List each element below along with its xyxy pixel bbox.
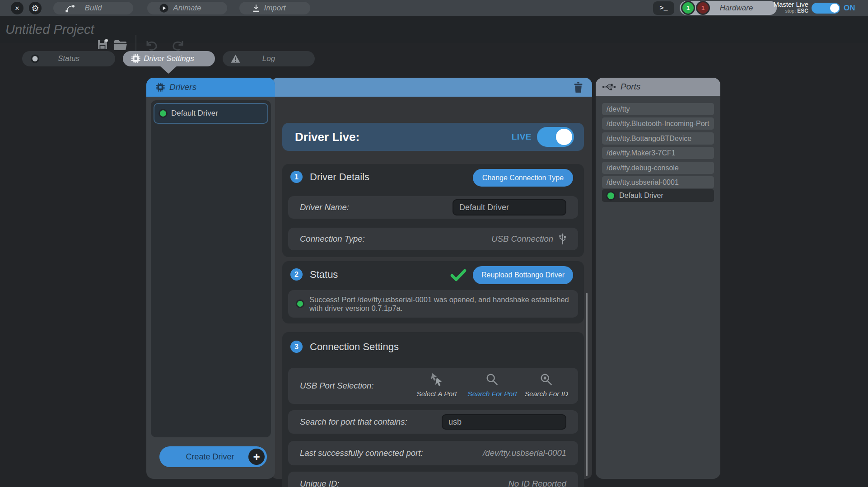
port-list-item[interactable]: /dev/tty.usbserial-0001 [602, 176, 714, 188]
port-connected-driver[interactable]: Default Driver [602, 189, 714, 202]
driver-live-toggle-knob [556, 129, 572, 145]
build-button[interactable]: Build [53, 2, 133, 14]
unique-id-value: No ID Reported [508, 479, 566, 487]
port-list-item[interactable]: /dev/tty [602, 103, 714, 115]
master-live-label: Master Live [773, 1, 808, 8]
search-port-label: Search for port that contains: [300, 417, 407, 427]
port-list-item[interactable]: /dev/tty.BottangoBTDevice [602, 132, 714, 145]
status-message-line1: Success! Port /dev/tty.usbserial-0001 wa… [309, 295, 569, 304]
stop-key: ESC [797, 8, 808, 14]
import-button[interactable]: Import [239, 2, 310, 14]
driver-editor-panel: Driver Live: LIVE 1 Driver Details Chang… [271, 78, 592, 479]
status-title: Status [310, 269, 338, 281]
last-port-row: Last successfully connected port: /dev/t… [288, 441, 578, 465]
trash-icon[interactable] [574, 82, 583, 93]
port-list-item[interactable]: /dev/tty.Bluetooth-Incoming-Port [602, 117, 714, 130]
change-connection-type-button[interactable]: Change Connection Type [473, 169, 573, 187]
drivers-panel-header: Drivers [146, 78, 275, 97]
connection-type-value: USB Connection [491, 234, 553, 244]
animate-button[interactable]: Animate [147, 2, 227, 14]
settings-button[interactable]: ⚙ [29, 2, 42, 14]
driver-editor-body: Driver Live: LIVE 1 Driver Details Chang… [271, 97, 592, 479]
driver-details-card: 1 Driver Details Change Connection Type … [282, 164, 584, 257]
search-for-id-label: Search For ID [525, 390, 568, 398]
terminal-icon: >_ [659, 5, 667, 12]
magnifier-id-icon [539, 372, 554, 387]
project-title: Untitled Project [5, 22, 94, 37]
select-a-port-label: Select A Port [416, 390, 457, 398]
undo-icon[interactable] [145, 39, 159, 52]
driver-name-input[interactable]: Default Driver [453, 199, 566, 215]
hardware-connected-badge: 1 [682, 2, 694, 14]
close-icon: ✕ [15, 5, 20, 12]
tab-driver-settings[interactable]: Driver Settings [123, 51, 215, 66]
driver-list-item[interactable]: Default Driver [154, 103, 268, 124]
last-port-label: Last successfully connected port: [300, 448, 423, 458]
last-port-value: /dev/tty.usbserial-0001 [483, 448, 566, 458]
hardware-error-badge: 1 [697, 2, 709, 14]
build-label: Build [53, 2, 133, 14]
connected-dot-icon [160, 110, 166, 117]
close-button[interactable]: ✕ [11, 2, 23, 14]
import-label: Import [239, 2, 310, 14]
driver-live-toggle[interactable] [537, 127, 574, 147]
tab-status-label: Status [22, 51, 115, 66]
success-check-icon [450, 268, 467, 282]
create-driver-label: Create Driver [159, 446, 261, 467]
driver-editor-header [271, 78, 592, 97]
tab-log[interactable]: Log [223, 51, 315, 66]
tab-log-label: Log [223, 51, 315, 66]
drivers-panel: Drivers Default Driver Create Driver + [146, 78, 275, 479]
status-message-row: Success! Port /dev/tty.usbserial-0001 wa… [288, 290, 578, 318]
stop-label: stop: [785, 8, 796, 14]
search-for-port-option[interactable]: Search For Port [464, 372, 520, 398]
connected-dot-icon [607, 192, 614, 199]
search-port-input[interactable]: usb [442, 414, 566, 430]
bottango-app: ✕ ⚙ Build Animate Import >_ 1 [0, 0, 868, 487]
usb-icon [559, 233, 566, 245]
plus-icon: + [248, 449, 265, 465]
select-a-port-option[interactable]: Select A Port [409, 372, 465, 398]
drivers-panel-title: Drivers [169, 82, 196, 92]
connection-settings-card: 3 Connection Settings USB Port Selection… [282, 332, 584, 487]
reupload-driver-button[interactable]: Reupload Bottango Driver [473, 266, 573, 284]
cursor-select-icon [429, 372, 444, 387]
top-bar: ✕ ⚙ Build Animate Import >_ 1 [0, 0, 868, 16]
save-icon[interactable] [96, 38, 109, 51]
status-message: Success! Port /dev/tty.usbserial-0001 wa… [309, 295, 569, 313]
redo-icon[interactable] [171, 39, 185, 52]
hardware-button[interactable]: 1 1 Hardware [680, 1, 777, 15]
port-list-item[interactable]: /dev/tty.debug-console [602, 162, 714, 174]
step-1-badge: 1 [290, 171, 303, 183]
connection-type-label: Connection Type: [300, 234, 365, 244]
magnifier-icon [485, 372, 500, 387]
connection-type-row: Connection Type: USB Connection [288, 228, 578, 250]
ports-panel-header: Ports [596, 78, 720, 96]
search-for-port-label: Search For Port [467, 390, 517, 398]
terminal-button[interactable]: >_ [653, 1, 674, 15]
port-list-item[interactable]: /dev/tty.Maker3-7CF1 [602, 147, 714, 159]
unique-id-label: Unique ID: [300, 479, 339, 487]
usb-port-selection-label: USB Port Selection: [300, 381, 374, 391]
master-live-toggle-knob [830, 4, 839, 13]
unique-id-row: Unique ID: No ID Reported [288, 472, 578, 487]
open-folder-icon[interactable] [114, 39, 128, 51]
master-live-toggle[interactable] [812, 3, 840, 14]
create-driver-button[interactable]: Create Driver + [159, 446, 267, 467]
status-card: 2 Status Reupload Bottango Driver Succes… [282, 261, 584, 323]
driver-item-label: Default Driver [171, 109, 218, 118]
active-tab-caret [160, 66, 177, 74]
animate-label: Animate [147, 2, 227, 14]
driver-name-label: Driver Name: [300, 202, 349, 212]
port-connected-driver-label: Default Driver [619, 192, 663, 200]
scrollbar[interactable] [586, 293, 588, 476]
tab-status[interactable]: Status [22, 51, 115, 66]
step-2-badge: 2 [290, 268, 303, 281]
ports-panel: Ports /dev/tty /dev/tty.Bluetooth-Incomi… [596, 78, 720, 479]
success-dot-icon [297, 301, 303, 307]
gear-icon: ⚙ [31, 3, 39, 14]
ports-panel-title: Ports [621, 82, 640, 92]
driver-live-state: LIVE [512, 132, 532, 142]
search-for-id-option[interactable]: Search For ID [518, 372, 574, 398]
driver-name-row: Driver Name: Default Driver [288, 196, 578, 219]
